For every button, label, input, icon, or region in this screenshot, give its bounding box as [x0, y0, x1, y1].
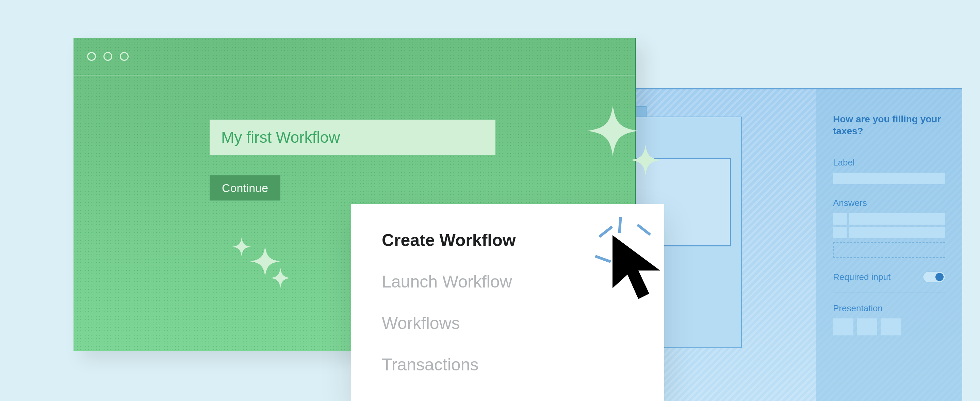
- continue-button[interactable]: Continue: [210, 175, 280, 201]
- answer-input[interactable]: [849, 227, 945, 238]
- panel-question-title: How are you filling your taxes?: [833, 113, 945, 137]
- traffic-light-icon[interactable]: [120, 52, 129, 61]
- answer-row: [833, 213, 945, 225]
- required-label: Required input: [833, 272, 891, 282]
- sparkle-icon: [270, 268, 291, 288]
- answers-heading: Answers: [833, 198, 945, 208]
- presentation-option[interactable]: [857, 319, 877, 335]
- traffic-light-icon[interactable]: [103, 52, 112, 61]
- presentation-options: [833, 319, 945, 335]
- presentation-option[interactable]: [881, 319, 901, 335]
- menu-item-launch-workflow[interactable]: Launch Workflow: [382, 273, 664, 290]
- presentation-option[interactable]: [833, 319, 853, 335]
- answer-input[interactable]: [849, 213, 945, 225]
- command-menu: Create Workflow Launch Workflow Workflow…: [351, 204, 664, 401]
- answer-handle[interactable]: [833, 213, 846, 225]
- menu-item-create-workflow[interactable]: Create Workflow: [382, 232, 664, 249]
- sparkle-icon: [630, 145, 661, 175]
- label-input[interactable]: [833, 173, 945, 184]
- menu-item-workflows[interactable]: Workflows: [382, 315, 664, 332]
- properties-panel: How are you filling your taxes? Label An…: [816, 89, 962, 401]
- answer-handle[interactable]: [833, 227, 846, 238]
- illustration-stage: How are you filling your taxes? Label An…: [0, 0, 980, 401]
- continue-button-label: Continue: [222, 181, 268, 195]
- window-chrome: [73, 38, 635, 75]
- label-heading: Label: [833, 157, 945, 168]
- workflow-name-input[interactable]: My first Workflow: [210, 120, 495, 155]
- add-answer-placeholder[interactable]: [833, 242, 945, 258]
- traffic-light-icon[interactable]: [87, 52, 96, 61]
- sparkle-icon: [232, 237, 251, 256]
- menu-item-transactions[interactable]: Transactions: [382, 356, 664, 373]
- workflow-name-value: My first Workflow: [221, 128, 340, 146]
- presentation-heading: Presentation: [833, 303, 945, 314]
- required-input-row: Required input: [833, 271, 945, 293]
- window-body: My first Workflow Continue: [73, 75, 635, 201]
- required-toggle[interactable]: [923, 271, 945, 282]
- answer-row: [833, 227, 945, 238]
